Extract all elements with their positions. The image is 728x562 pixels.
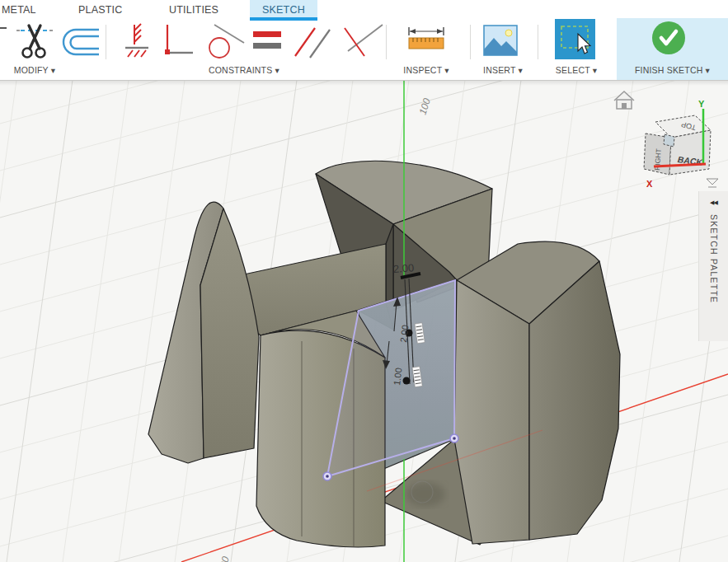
perpendicular-constraint-icon[interactable]	[341, 23, 384, 63]
fusion-window: METAL PLASTIC UTILITIES SKETCH	[0, 0, 728, 562]
inspect-group-label[interactable]: INSPECT ▾	[400, 65, 453, 75]
viewcube-y-label: Y	[698, 99, 705, 109]
divider	[386, 25, 387, 59]
select-group-label[interactable]: SELECT ▾	[547, 65, 606, 75]
tangent-constraint-icon[interactable]	[203, 23, 246, 64]
modify-group-label[interactable]: MODIFY ▾	[8, 65, 61, 75]
fix-ground-constraint-icon[interactable]	[124, 23, 150, 64]
horizontal-vertical-constraint-icon[interactable]	[160, 23, 195, 64]
measure-icon[interactable]	[407, 27, 445, 55]
equal-constraint-icon[interactable]	[252, 28, 282, 59]
tab-sketch[interactable]: SKETCH	[262, 4, 305, 16]
select-icon[interactable]	[555, 19, 595, 63]
parallel-constraint-icon[interactable]	[294, 23, 331, 63]
viewcube-menu-icon[interactable]	[707, 179, 718, 187]
viewport[interactable]: 100 100	[0, 80, 728, 562]
clipped-tool-icon	[0, 27, 7, 29]
finish-sketch-label[interactable]: FINISH SKETCH ▾	[618, 65, 726, 75]
viewcube-x-label: X	[646, 179, 653, 189]
divider	[470, 25, 471, 59]
tab-sketch-underline	[250, 17, 317, 21]
model-face[interactable]	[454, 280, 529, 544]
tab-utilities[interactable]: UTILITIES	[169, 4, 218, 16]
insert-group-label[interactable]: INSERT ▾	[477, 65, 529, 75]
sketch-palette-tab[interactable]: ◀◀ SKETCH PALETTE	[698, 191, 728, 341]
dimension-value-top[interactable]: 2.00	[392, 261, 414, 275]
offset-icon[interactable]	[61, 26, 101, 63]
divider	[106, 25, 106, 59]
finish-sketch-icon[interactable]	[651, 21, 686, 59]
insert-image-icon[interactable]	[483, 25, 518, 59]
trim-scissors-icon[interactable]	[16, 23, 53, 64]
sketch-point[interactable]	[450, 434, 458, 443]
tab-plastic[interactable]: PLASTIC	[78, 4, 123, 16]
sketch-point[interactable]	[403, 377, 411, 385]
canvas[interactable]: 100 100	[0, 80, 728, 562]
divider	[538, 25, 538, 59]
grid-label-100-top: 100	[417, 96, 434, 116]
toolbar: METAL PLASTIC UTILITIES SKETCH	[0, 0, 728, 81]
sketch-palette-label: SKETCH PALETTE	[709, 214, 719, 303]
tab-metal[interactable]: METAL	[2, 4, 36, 16]
viewcube-face-front[interactable]	[669, 130, 711, 175]
constraints-group-label[interactable]: CONSTRAINTS ▾	[201, 65, 287, 75]
grid-label-100-bottom: 100	[216, 555, 232, 562]
sketch-point[interactable]	[323, 472, 331, 480]
expand-palette-icon[interactable]: ◀◀	[710, 199, 717, 206]
